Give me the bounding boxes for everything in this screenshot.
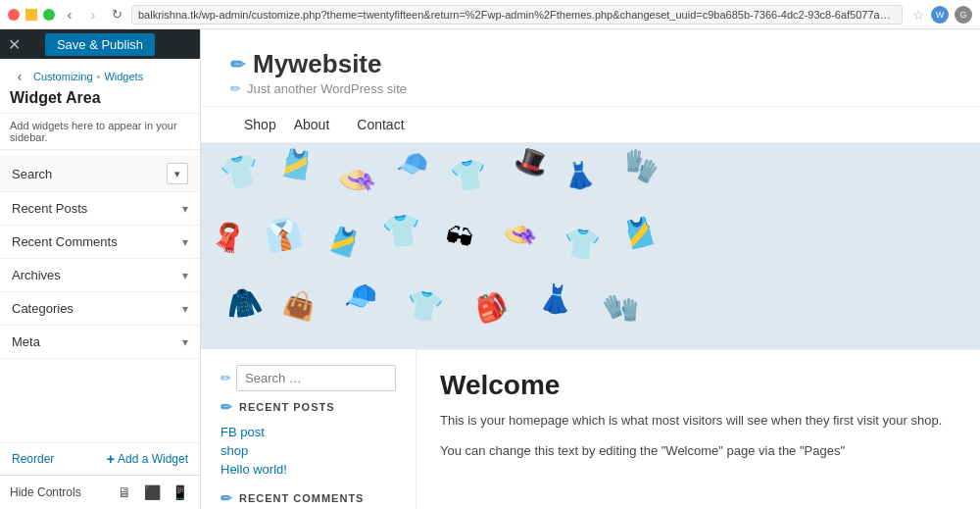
widget-item-meta[interactable]: Meta ▾ [0, 326, 200, 359]
back-button[interactable]: ‹ [10, 67, 29, 86]
tab-close-button[interactable] [8, 9, 20, 21]
breadcrumb-separator: • [97, 71, 101, 82]
widget-actions: Reorder + Add a Widget [0, 442, 200, 475]
preview-area: ✏ Mywebsite ✏ Just another WordPress sit… [201, 29, 980, 509]
clothing-item-6: 🎩 [510, 143, 553, 183]
tagline-text: Just another WordPress site [247, 81, 407, 96]
add-widget-label: Add a Widget [118, 452, 188, 466]
nav-item-about[interactable]: About [290, 111, 344, 138]
clothing-item-5: 👕 [448, 155, 490, 195]
recent-comments-label: Recent Comments [12, 234, 118, 249]
tab-maximize-button[interactable] [43, 9, 55, 21]
archives-arrow: ▾ [182, 269, 188, 282]
address-bar[interactable]: balkrishna.tk/wp-admin/customize.php?the… [131, 5, 903, 25]
mobile-view-icon[interactable]: 📱 [169, 482, 190, 503]
recent-posts-section-title: ✏ RECENT POSTS [220, 399, 396, 415]
widget-item-search[interactable]: Search ▾ [0, 156, 200, 192]
clothing-item-13: 🕶 [443, 219, 476, 256]
nav-item-contact[interactable]: Contact [343, 111, 417, 138]
helper-text: Add widgets here to appear in your sideb… [0, 114, 200, 150]
tab-minimize-button[interactable] [25, 9, 37, 21]
clothing-item-19: 🧢 [342, 280, 379, 315]
site-title-edit-icon[interactable]: ✏ [230, 54, 245, 76]
sidebar-recent-comments-section: ✏ RECENT COMMENTS A WordPress Commenter … [220, 490, 396, 509]
clothing-item-9: 🧣 [209, 220, 247, 257]
recent-comments-section-title: ✏ RECENT COMMENTS [220, 490, 396, 506]
tablet-view-icon[interactable]: ⬛ [141, 482, 163, 503]
hide-controls-label[interactable]: Hide Controls [10, 485, 108, 499]
tagline-edit-icon[interactable]: ✏ [230, 81, 241, 96]
sidebar-search-wrapper: ✏ [220, 365, 396, 391]
bookmark-icon[interactable]: ☆ [912, 7, 925, 23]
content-area: ✏ ✏ RECENT POSTS FB post shop Hello worl… [201, 349, 980, 509]
meta-arrow: ▾ [182, 335, 188, 349]
categories-label: Categories [12, 301, 74, 316]
clothing-item-20: 👕 [404, 285, 446, 326]
site-nav: Shop About Contact [201, 106, 980, 143]
clothing-item-1: 👕 [217, 148, 264, 194]
sidebar-search-input[interactable] [236, 365, 396, 391]
widget-item-recent-posts[interactable]: Recent Posts ▾ [0, 192, 200, 226]
clothing-item-2: 🎽 [276, 145, 316, 183]
widget-item-categories[interactable]: Categories ▾ [0, 292, 200, 326]
sidebar-recent-posts-section: ✏ RECENT POSTS FB post shop Hello world! [220, 399, 396, 479]
nav-item-shop[interactable]: Shop [230, 111, 290, 138]
sidebar-post-item-2[interactable]: shop [220, 441, 396, 460]
site-title: ✏ Mywebsite [230, 49, 951, 79]
desktop-view-icon[interactable]: 🖥 [114, 482, 135, 503]
widget-item-recent-comments[interactable]: Recent Comments ▾ [0, 226, 200, 259]
clothing-item-21: 🎒 [471, 287, 512, 327]
site-header: ✏ Mywebsite ✏ Just another WordPress sit… [201, 29, 980, 106]
recent-posts-arrow: ▾ [182, 202, 188, 216]
archives-label: Archives [12, 268, 61, 282]
address-text: balkrishna.tk/wp-admin/customize.php?the… [138, 9, 896, 21]
breadcrumb: Customizing • Widgets [33, 71, 143, 82]
close-panel-icon[interactable]: ✕ [8, 35, 21, 54]
clothing-item-11: 🎽 [324, 223, 364, 261]
welcome-para-2: You can change this text by editing the … [440, 441, 956, 462]
clothing-item-4: 🧢 [396, 147, 430, 180]
hide-controls-bar: Hide Controls 🖥 ⬛ 📱 [0, 475, 200, 509]
widget-list: Search ▾ Recent Posts ▾ Recent Comments … [0, 150, 200, 442]
site-title-text: Mywebsite [253, 49, 382, 79]
sidebar-post-list: FB post shop Hello world! [220, 423, 396, 479]
clothing-item-17: 🧥 [222, 282, 265, 323]
hero-image-area: 👕 🎽 👒 🧢 👕 🎩 👗 🧤 🧣 👔 🎽 👕 🕶 👒 👕 🎽 🧥 👜 [201, 143, 980, 349]
recent-posts-section-label: RECENT POSTS [239, 401, 335, 413]
extension-icon-2[interactable]: G [955, 6, 972, 24]
website-preview: ✏ Mywebsite ✏ Just another WordPress sit… [201, 29, 980, 509]
customize-header: ‹ Customizing • Widgets Widget Area [0, 59, 200, 114]
breadcrumb-root[interactable]: Customizing [33, 71, 93, 82]
sidebar-search-icon: ✏ [220, 371, 231, 385]
welcome-para-1: This is your homepage which is what most… [440, 411, 956, 432]
browser-top-bar: ‹ › ↻ balkrishna.tk/wp-admin/customize.p… [0, 0, 980, 29]
sidebar-post-item-1[interactable]: FB post [220, 423, 396, 441]
add-icon: + [107, 451, 115, 467]
breadcrumb-child[interactable]: Widgets [104, 71, 143, 82]
sidebar-post-item-3[interactable]: Hello world! [220, 460, 396, 479]
clothing-item-12: 👕 [380, 209, 424, 251]
recent-posts-label: Recent Posts [12, 201, 87, 216]
browser-forward[interactable]: › [84, 6, 102, 24]
clothing-item-14: 👒 [501, 216, 540, 254]
clothing-item-22: 👗 [537, 281, 575, 319]
browser-back[interactable]: ‹ [61, 6, 78, 24]
browser-refresh[interactable]: ↻ [108, 6, 125, 24]
main-content: Welcome This is your homepage which is w… [416, 349, 980, 509]
widget-item-archives[interactable]: Archives ▾ [0, 259, 200, 292]
sidebar-preview: ✏ ✏ RECENT POSTS FB post shop Hello worl… [201, 349, 416, 509]
add-widget-button[interactable]: + Add a Widget [107, 451, 188, 467]
meta-label: Meta [12, 334, 40, 349]
extension-icon-1[interactable]: W [931, 6, 949, 24]
save-publish-button[interactable]: Save & Publish [45, 33, 155, 56]
wp-admin-bar: ✕ Save & Publish [0, 29, 200, 59]
reorder-link[interactable]: Reorder [12, 452, 54, 466]
recent-comments-section-icon: ✏ [220, 490, 233, 506]
clothing-item-3: 👒 [333, 158, 379, 203]
categories-arrow: ▾ [182, 302, 188, 316]
search-widget-expand[interactable]: ▾ [167, 163, 188, 184]
clothing-item-18: 👜 [280, 286, 318, 325]
clothing-item-7: 👗 [563, 160, 597, 193]
welcome-title: Welcome [440, 370, 956, 401]
clothing-item-8: 🧤 [618, 144, 662, 186]
